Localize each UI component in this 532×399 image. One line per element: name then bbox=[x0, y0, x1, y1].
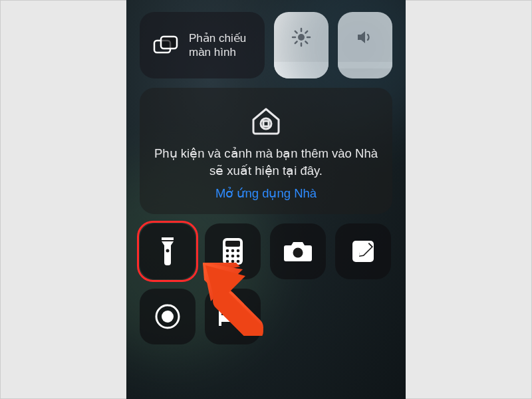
volume-slider[interactable] bbox=[338, 12, 392, 78]
svg-point-24 bbox=[231, 259, 235, 263]
svg-point-26 bbox=[293, 247, 303, 257]
svg-rect-16 bbox=[225, 241, 240, 247]
volume-icon bbox=[355, 27, 375, 47]
flashlight-button[interactable] bbox=[140, 223, 196, 279]
calculator-button[interactable] bbox=[205, 223, 261, 279]
svg-line-9 bbox=[295, 41, 297, 43]
screen-mirroring-button[interactable]: Phản chiếu màn hình bbox=[140, 12, 265, 78]
open-home-app-link[interactable]: Mở ứng dụng Nhà bbox=[215, 186, 317, 201]
svg-point-13 bbox=[166, 249, 170, 252]
screen-record-icon bbox=[154, 303, 182, 331]
svg-line-10 bbox=[305, 31, 307, 33]
camera-icon bbox=[283, 240, 313, 263]
svg-point-11 bbox=[261, 118, 271, 129]
svg-point-19 bbox=[237, 249, 240, 252]
svg-rect-31 bbox=[219, 321, 221, 326]
home-accessories-card: Phụ kiện và cảnh mà bạn thêm vào Nhà sẽ … bbox=[140, 88, 392, 214]
brightness-fill bbox=[274, 62, 329, 78]
home-icon bbox=[153, 105, 379, 136]
flashlight-icon bbox=[159, 236, 176, 267]
svg-point-20 bbox=[226, 254, 229, 257]
sleep-button[interactable] bbox=[205, 289, 261, 344]
brightness-slider[interactable] bbox=[274, 12, 329, 78]
svg-rect-30 bbox=[219, 315, 247, 322]
volume-fill bbox=[338, 62, 392, 68]
svg-line-8 bbox=[305, 41, 307, 43]
camera-button[interactable] bbox=[270, 223, 326, 279]
svg-point-18 bbox=[231, 249, 235, 252]
svg-rect-1 bbox=[161, 37, 177, 49]
svg-rect-12 bbox=[263, 121, 269, 126]
volume-track bbox=[338, 12, 392, 62]
svg-point-17 bbox=[226, 249, 229, 252]
svg-line-7 bbox=[295, 31, 297, 33]
top-row: Phản chiếu màn hình bbox=[140, 12, 392, 78]
notes-icon bbox=[350, 239, 376, 264]
control-center: Phản chiếu màn hình bbox=[126, 0, 406, 399]
notes-button[interactable] bbox=[335, 223, 391, 279]
svg-point-21 bbox=[231, 254, 235, 257]
bed-icon bbox=[217, 306, 248, 327]
svg-point-29 bbox=[162, 311, 174, 323]
screen-mirroring-label: Phản chiếu màn hình bbox=[189, 31, 251, 60]
brightness-track bbox=[274, 12, 329, 62]
screen-mirroring-icon bbox=[153, 35, 180, 55]
screen-record-button[interactable] bbox=[140, 289, 196, 344]
controls-grid bbox=[140, 223, 392, 344]
calculator-icon bbox=[221, 237, 244, 266]
svg-rect-32 bbox=[244, 321, 247, 326]
brightness-icon bbox=[291, 27, 311, 47]
svg-point-23 bbox=[226, 259, 229, 263]
screenshot-frame: Phản chiếu màn hình bbox=[0, 0, 532, 399]
svg-rect-14 bbox=[162, 240, 174, 241]
svg-point-2 bbox=[298, 34, 305, 41]
svg-rect-33 bbox=[219, 309, 221, 317]
home-message: Phụ kiện và cảnh mà bạn thêm vào Nhà sẽ … bbox=[153, 145, 379, 180]
svg-point-34 bbox=[223, 310, 228, 315]
svg-point-25 bbox=[237, 259, 240, 263]
svg-point-22 bbox=[237, 254, 240, 257]
